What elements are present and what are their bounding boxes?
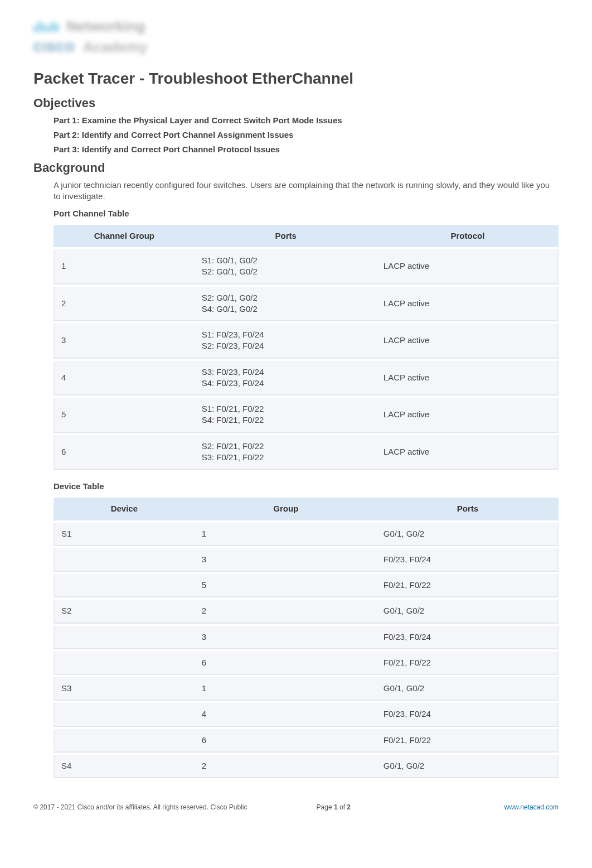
- pct-header-ports: Ports: [195, 225, 377, 247]
- footer-link-netacad[interactable]: www.netacad.com: [504, 803, 559, 811]
- logo-word-academy: Academy: [83, 37, 148, 57]
- table-row: 4 S3: F0/23, F0/24 S4: F0/23, F0/24 LACP…: [54, 361, 559, 396]
- dt-header-group: Group: [195, 498, 377, 520]
- table-row: 3 F0/23, F0/24: [54, 548, 559, 572]
- dt-header-ports: Ports: [377, 498, 559, 520]
- table-row: 4 F0/23, F0/24: [54, 703, 559, 726]
- dt-ports: F0/23, F0/24: [377, 626, 559, 649]
- pct-header-channel-group: Channel Group: [54, 225, 195, 247]
- pct-ports: S2: F0/21, F0/22 S3: F0/21, F0/22: [195, 435, 377, 470]
- pct-protocol: LACP active: [377, 398, 559, 433]
- dt-group: 1: [195, 523, 377, 546]
- table-row: 5 F0/21, F0/22: [54, 574, 559, 597]
- table-row: 3 F0/23, F0/24: [54, 626, 559, 649]
- dt-group: 6: [195, 729, 377, 753]
- pct-group: 3: [54, 324, 195, 359]
- dt-group: 2: [195, 600, 377, 623]
- dt-ports: G0/1, G0/2: [377, 677, 559, 701]
- pct-group: 6: [54, 435, 195, 470]
- objective-part-1: Part 1: Examine the Physical Layer and C…: [54, 115, 559, 126]
- dt-group: 3: [195, 548, 377, 572]
- dt-group: 5: [195, 574, 377, 597]
- objectives-list: Part 1: Examine the Physical Layer and C…: [33, 115, 559, 156]
- pct-group: 4: [54, 361, 195, 396]
- dt-device: [54, 652, 195, 675]
- dt-group: 3: [195, 626, 377, 649]
- dt-ports: F0/21, F0/22: [377, 652, 559, 675]
- objective-part-2: Part 2: Identify and Correct Port Channe…: [54, 129, 559, 141]
- pct-ports: S1: F0/21, F0/22 S4: F0/21, F0/22: [195, 398, 377, 433]
- dt-device: [54, 626, 195, 649]
- port-channel-table-caption: Port Channel Table: [54, 208, 559, 219]
- table-row: S4 2 G0/1, G0/2: [54, 755, 559, 778]
- table-row: 3 S1: F0/23, F0/24 S2: F0/23, F0/24 LACP…: [54, 324, 559, 359]
- dt-device: [54, 703, 195, 726]
- pct-header-protocol: Protocol: [377, 225, 559, 247]
- pct-protocol: LACP active: [377, 324, 559, 359]
- objectives-heading: Objectives: [33, 95, 559, 112]
- pct-ports: S3: F0/23, F0/24 S4: F0/23, F0/24: [195, 361, 377, 396]
- table-row: 6 F0/21, F0/22: [54, 729, 559, 753]
- dt-device: S4: [54, 755, 195, 778]
- dt-device: [54, 729, 195, 753]
- footer-left-text: 2017 - 2021 Cisco and/or its affiliates.…: [38, 803, 247, 811]
- background-text: A junior technician recently configured …: [54, 180, 559, 202]
- cisco-bars-icon: [33, 22, 59, 32]
- pct-group: 2: [54, 287, 195, 322]
- page-title: Packet Tracer - Troubleshoot EtherChanne…: [33, 68, 559, 89]
- dt-ports: F0/23, F0/24: [377, 548, 559, 572]
- footer-copyright: © 2017 - 2021 Cisco and/or its affiliate…: [33, 803, 259, 812]
- table-row: S3 1 G0/1, G0/2: [54, 677, 559, 701]
- pct-ports: S1: G0/1, G0/2 S2: G0/1, G0/2: [195, 249, 377, 284]
- device-table: Device Group Ports S1 1 G0/1, G0/2 3 F0/…: [54, 495, 559, 780]
- dt-header-device: Device: [54, 498, 195, 520]
- dt-device: S1: [54, 523, 195, 546]
- table-row: 1 S1: G0/1, G0/2 S2: G0/1, G0/2 LACP act…: [54, 249, 559, 284]
- dt-ports: F0/23, F0/24: [377, 703, 559, 726]
- copyright-symbol: ©: [33, 803, 38, 811]
- pct-group: 5: [54, 398, 195, 433]
- dt-ports: G0/1, G0/2: [377, 523, 559, 546]
- port-channel-table: Channel Group Ports Protocol 1 S1: G0/1,…: [54, 223, 559, 472]
- objective-part-3: Part 3: Identify and Correct Port Channe…: [54, 144, 559, 155]
- pct-ports: S2: G0/1, G0/2 S4: G0/1, G0/2: [195, 287, 377, 322]
- page-total: 2: [347, 803, 351, 811]
- logo-brand-cisco: CISCO: [33, 39, 75, 56]
- page-prefix: Page: [317, 803, 334, 811]
- table-row: 2 S2: G0/1, G0/2 S4: G0/1, G0/2 LACP act…: [54, 287, 559, 322]
- table-row: S2 2 G0/1, G0/2: [54, 600, 559, 623]
- table-row: 5 S1: F0/21, F0/22 S4: F0/21, F0/22 LACP…: [54, 398, 559, 433]
- logo-word-networking: Networking: [66, 17, 145, 36]
- dt-group: 4: [195, 703, 377, 726]
- page-current: 1: [334, 803, 338, 811]
- dt-group: 2: [195, 755, 377, 778]
- pct-group: 1: [54, 249, 195, 284]
- logo-block: Networking CISCO Academy: [33, 17, 559, 57]
- page-footer: © 2017 - 2021 Cisco and/or its affiliate…: [33, 803, 559, 812]
- pct-protocol: LACP active: [377, 287, 559, 322]
- dt-ports: G0/1, G0/2: [377, 600, 559, 623]
- dt-device: [54, 548, 195, 572]
- dt-device: S2: [54, 600, 195, 623]
- dt-ports: G0/1, G0/2: [377, 755, 559, 778]
- pct-protocol: LACP active: [377, 361, 559, 396]
- dt-device: S3: [54, 677, 195, 701]
- device-table-caption: Device Table: [54, 481, 559, 492]
- dt-ports: F0/21, F0/22: [377, 574, 559, 597]
- table-row: 6 S2: F0/21, F0/22 S3: F0/21, F0/22 LACP…: [54, 435, 559, 470]
- dt-device: [54, 574, 195, 597]
- background-heading: Background: [33, 160, 559, 176]
- pct-protocol: LACP active: [377, 249, 559, 284]
- pct-protocol: LACP active: [377, 435, 559, 470]
- footer-page-indicator: Page 1 of 2: [259, 803, 409, 812]
- page-of: of: [338, 803, 347, 811]
- table-row: S1 1 G0/1, G0/2: [54, 523, 559, 546]
- dt-group: 6: [195, 652, 377, 675]
- table-row: 6 F0/21, F0/22: [54, 652, 559, 675]
- pct-ports: S1: F0/23, F0/24 S2: F0/23, F0/24: [195, 324, 377, 359]
- dt-group: 1: [195, 677, 377, 701]
- dt-ports: F0/21, F0/22: [377, 729, 559, 753]
